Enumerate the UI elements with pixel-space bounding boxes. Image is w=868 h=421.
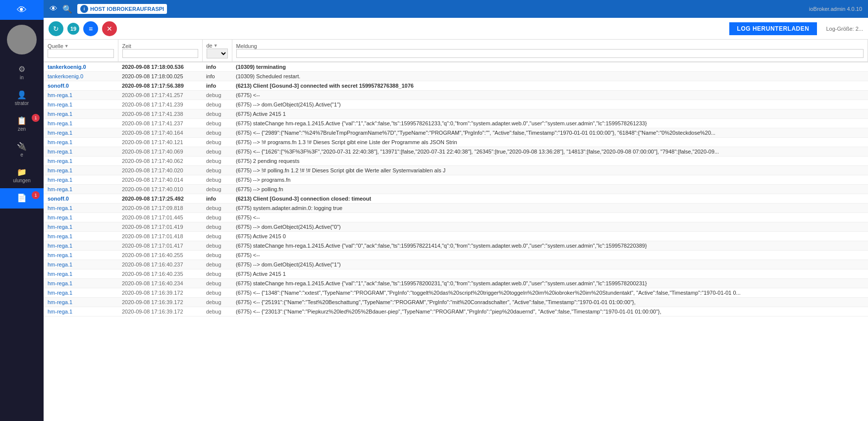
table-row: hm-rega.1 2020-09-08 17:16:39.172 debug … bbox=[44, 307, 868, 316]
cell-meldung: (10309) terminating bbox=[232, 62, 868, 72]
topbar-version: ioBroker.admin 4.0.10 bbox=[809, 6, 862, 12]
clear-button[interactable]: ✕ bbox=[102, 21, 117, 36]
table-row: sonoff.0 2020-09-08 17:17:25.492 info (6… bbox=[44, 194, 868, 204]
cell-level: debug bbox=[202, 298, 232, 307]
filter-meldung-input[interactable] bbox=[236, 49, 864, 58]
table-row: tankerkoenig.0 2020-09-08 17:18:00.025 i… bbox=[44, 72, 868, 81]
cell-quelle[interactable]: hm-rega.1 bbox=[44, 147, 118, 157]
log-table-body: tankerkoenig.0 2020-09-08 17:18:00.536 i… bbox=[44, 62, 868, 316]
cell-level: debug bbox=[202, 288, 232, 298]
cell-quelle[interactable]: hm-rega.1 bbox=[44, 166, 118, 175]
sidebar-item-e[interactable]: 🔌 e bbox=[0, 137, 44, 162]
filter-zeit-input[interactable] bbox=[122, 49, 198, 58]
cell-quelle[interactable]: hm-rega.1 bbox=[44, 307, 118, 316]
cell-meldung: (6775) stateChange hm-rega.1.2415.Active… bbox=[232, 279, 868, 288]
cell-quelle[interactable]: hm-rega.1 bbox=[44, 288, 118, 298]
table-row: hm-rega.1 2020-09-08 17:17:41.237 debug … bbox=[44, 119, 868, 128]
cell-zeit: 2020-09-08 17:17:25.492 bbox=[118, 194, 202, 204]
sidebar-item-administrator[interactable]: 👤 strator bbox=[0, 85, 44, 111]
sidebar-item-log[interactable]: 1 📄 bbox=[0, 188, 44, 209]
main-content: 👁 🔍 i HOST IOBROKERAUFRASPI ioBroker.adm… bbox=[44, 0, 868, 421]
filter-button[interactable]: ≡ bbox=[83, 21, 98, 36]
topbar-search-icon[interactable]: 🔍 bbox=[62, 4, 72, 14]
cell-level: info bbox=[202, 194, 232, 204]
cell-level: debug bbox=[202, 119, 232, 128]
sidebar-item-ulungen[interactable]: 📁 ulungen bbox=[0, 162, 44, 188]
cell-quelle[interactable]: hm-rega.1 bbox=[44, 157, 118, 166]
table-row: hm-rega.1 2020-09-08 17:17:41.239 debug … bbox=[44, 100, 868, 109]
cell-quelle[interactable]: hm-rega.1 bbox=[44, 204, 118, 213]
cell-zeit: 2020-09-08 17:17:40.069 bbox=[118, 147, 202, 157]
cell-quelle[interactable]: tankerkoenig.0 bbox=[44, 72, 118, 81]
cell-quelle[interactable]: hm-rega.1 bbox=[44, 128, 118, 138]
cell-meldung: (6775) --> dom.GetObject(2415).Active("1… bbox=[232, 260, 868, 269]
cell-quelle[interactable]: hm-rega.1 bbox=[44, 298, 118, 307]
cell-quelle[interactable]: hm-rega.1 bbox=[44, 100, 118, 109]
cell-meldung: (6775) <-- {"1348":{"Name":"xxtest","Typ… bbox=[232, 288, 868, 298]
cell-level: info bbox=[202, 81, 232, 91]
cell-quelle[interactable]: hm-rega.1 bbox=[44, 241, 118, 251]
cell-zeit: 2020-09-08 17:17:01.445 bbox=[118, 213, 202, 222]
cell-quelle[interactable]: sonoff.0 bbox=[44, 194, 118, 204]
cell-quelle[interactable]: hm-rega.1 bbox=[44, 213, 118, 222]
cell-meldung: (6775) --> programs.fn bbox=[232, 175, 868, 185]
cell-quelle[interactable]: hm-rega.1 bbox=[44, 279, 118, 288]
topbar-eye-icon[interactable]: 👁 bbox=[50, 4, 57, 13]
cell-zeit: 2020-09-08 17:17:01.417 bbox=[118, 241, 202, 251]
sidebar-badge: 1 bbox=[32, 114, 40, 122]
cell-meldung: (6775) <-- {"23013":{"Name":"Piepkurz%20… bbox=[232, 307, 868, 316]
cell-level: debug bbox=[202, 91, 232, 100]
cell-quelle[interactable]: hm-rega.1 bbox=[44, 109, 118, 119]
table-row: sonoff.0 2020-09-08 17:17:56.389 info (6… bbox=[44, 81, 868, 91]
cell-zeit: 2020-09-08 17:16:39.172 bbox=[118, 298, 202, 307]
table-row: hm-rega.1 2020-09-08 17:16:39.172 debug … bbox=[44, 288, 868, 298]
sidebar-item-admin[interactable]: ⚙ in bbox=[0, 59, 44, 85]
cell-meldung: (6775) Active 2415 0 bbox=[232, 232, 868, 241]
cell-quelle[interactable]: hm-rega.1 bbox=[44, 119, 118, 128]
cell-meldung: (6775) --> polling.fn bbox=[232, 185, 868, 194]
table-row: hm-rega.1 2020-09-08 17:17:41.257 debug … bbox=[44, 91, 868, 100]
cell-quelle[interactable]: hm-rega.1 bbox=[44, 251, 118, 260]
cell-level: debug bbox=[202, 138, 232, 147]
sidebar-item-label: ulungen bbox=[13, 178, 31, 183]
e-icon: 🔌 bbox=[17, 142, 27, 151]
cell-quelle[interactable]: hm-rega.1 bbox=[44, 138, 118, 147]
table-row: hm-rega.1 2020-09-08 17:16:40.235 debug … bbox=[44, 269, 868, 279]
table-row: hm-rega.1 2020-09-08 17:16:39.172 debug … bbox=[44, 298, 868, 307]
administrator-icon: 👤 bbox=[17, 90, 27, 100]
download-log-button[interactable]: LOG HERUNTERLADEN bbox=[729, 22, 817, 35]
cell-quelle[interactable]: sonoff.0 bbox=[44, 81, 118, 91]
cell-quelle[interactable]: hm-rega.1 bbox=[44, 269, 118, 279]
filter-de-select[interactable]: infodebugwarnerror bbox=[207, 49, 228, 58]
cell-quelle[interactable]: hm-rega.1 bbox=[44, 91, 118, 100]
sidebar: 👁 ⚙ in 👤 strator 1 📋 zen 🔌 e 📁 ulungen 1… bbox=[0, 0, 44, 421]
table-row: hm-rega.1 2020-09-08 17:17:40.020 debug … bbox=[44, 166, 868, 175]
sidebar-item-zen[interactable]: 1 📋 zen bbox=[0, 111, 44, 137]
cell-quelle[interactable]: hm-rega.1 bbox=[44, 232, 118, 241]
cell-zeit: 2020-09-08 17:17:01.418 bbox=[118, 232, 202, 241]
toolbar: ↻ 19 ≡ ✕ LOG HERUNTERLADEN Log-Größe: 2.… bbox=[44, 18, 868, 40]
filter-quelle-input[interactable] bbox=[48, 49, 114, 58]
ulungen-icon: 📁 bbox=[17, 167, 27, 177]
logo-circle-icon: i bbox=[80, 5, 88, 13]
cell-meldung: (6213) Client [Gosund-3] connected with … bbox=[232, 81, 868, 91]
cell-quelle[interactable]: hm-rega.1 bbox=[44, 222, 118, 232]
table-row: hm-rega.1 2020-09-08 17:17:41.238 debug … bbox=[44, 109, 868, 119]
cell-quelle[interactable]: tankerkoenig.0 bbox=[44, 62, 118, 72]
cell-zeit: 2020-09-08 17:16:40.255 bbox=[118, 251, 202, 260]
cell-quelle[interactable]: hm-rega.1 bbox=[44, 175, 118, 185]
refresh-button[interactable]: ↻ bbox=[49, 21, 63, 36]
cell-quelle[interactable]: hm-rega.1 bbox=[44, 260, 118, 269]
cell-zeit: 2020-09-08 17:17:01.419 bbox=[118, 222, 202, 232]
th-meldung: Meldung bbox=[232, 40, 868, 62]
cell-level: debug bbox=[202, 279, 232, 288]
cell-zeit: 2020-09-08 17:16:40.237 bbox=[118, 260, 202, 269]
sidebar-item-label: strator bbox=[15, 101, 29, 106]
cell-zeit: 2020-09-08 17:17:56.389 bbox=[118, 81, 202, 91]
cell-meldung: (6775) --> !# programs.fn 1.3 !# Dieses … bbox=[232, 138, 868, 147]
cell-meldung: (6775) <-- bbox=[232, 91, 868, 100]
topbar-left: 👁 🔍 i HOST IOBROKERAUFRASPI bbox=[50, 4, 167, 14]
cell-meldung: (6775) system.adapter.admin.0: logging t… bbox=[232, 204, 868, 213]
cell-zeit: 2020-09-08 17:17:09.818 bbox=[118, 204, 202, 213]
cell-quelle[interactable]: hm-rega.1 bbox=[44, 185, 118, 194]
